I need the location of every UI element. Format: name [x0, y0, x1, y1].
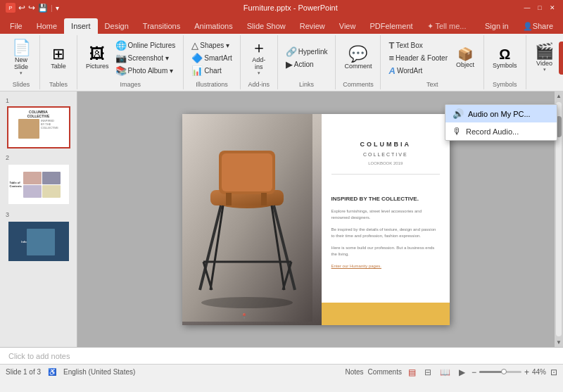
ribbon-group-symbols: Ω Symbols Symbols	[484, 35, 526, 89]
screenshot-button[interactable]: 📷 Screenshot ▾	[113, 52, 178, 64]
symbols-group-content: Ω Symbols	[490, 37, 520, 80]
zoom-bar: − + 44%	[472, 367, 546, 377]
video-button[interactable]: 🎬 Video ▾	[532, 42, 557, 74]
pictures-button[interactable]: 🖼 Pictures	[83, 45, 112, 71]
shapes-button[interactable]: △ Shapes ▾	[189, 39, 234, 51]
tab-transitions[interactable]: Transitions	[136, 18, 187, 34]
photo-album-label: Photo Album ▾	[128, 67, 173, 75]
online-pictures-icon: 🌐	[115, 40, 127, 51]
slideshow-view-btn[interactable]: ▶	[457, 367, 467, 378]
zoom-thumb[interactable]	[501, 369, 507, 374]
online-pictures-label: Online Pictures	[128, 42, 176, 49]
accessibility-icon[interactable]: ♿	[48, 368, 56, 376]
close-button[interactable]: ✕	[548, 3, 557, 13]
illus-col: △ Shapes ▾ 🔷 SmartArt 📊 Chart	[189, 39, 234, 77]
notes-bar[interactable]: Click to add notes	[0, 347, 563, 364]
new-slide-arrow: ▾	[20, 70, 23, 76]
audio-button[interactable]: 🔊 Audio ▾	[559, 42, 563, 75]
smartart-button[interactable]: 🔷 SmartArt	[189, 52, 234, 64]
zoom-slider[interactable]	[479, 371, 521, 373]
comment-button[interactable]: 💬 Comment	[341, 45, 374, 71]
svg-point-14	[201, 297, 293, 308]
tab-tellme[interactable]: ✦ Tell me...	[420, 18, 474, 34]
quick-undo[interactable]: ↩	[18, 3, 25, 13]
addins-button[interactable]: ＋ Add-ins ▾	[246, 39, 272, 77]
slide-image-1[interactable]: COLUMBIACOLLECTIVE INSPIREDBY THECOLLECT…	[7, 106, 70, 148]
wordart-label: WordArt	[397, 67, 423, 75]
reading-view-btn[interactable]: 📖	[438, 367, 453, 378]
slide-brand: COLUMBIA	[331, 141, 440, 148]
comments-button[interactable]: Comments	[368, 368, 402, 376]
images-group-content: 🖼 Pictures 🌐 Online Pictures 📷 Screensho…	[83, 37, 177, 80]
tab-file[interactable]: File	[3, 18, 30, 34]
pictures-label: Pictures	[86, 63, 109, 70]
textbox-label: Text Box	[396, 42, 422, 49]
tab-design[interactable]: Design	[98, 18, 136, 34]
photo-album-button[interactable]: 📚 Photo Album ▾	[113, 65, 178, 77]
s2-block2	[42, 172, 61, 184]
slide-number-3: 3	[6, 211, 9, 218]
smartart-icon: 🔷	[191, 53, 203, 63]
symbols-button[interactable]: Ω Symbols	[490, 46, 520, 70]
s1-chair-img	[18, 119, 39, 139]
maximize-button[interactable]: □	[535, 3, 545, 13]
zoom-out-btn[interactable]: −	[472, 367, 476, 377]
tab-slideshow[interactable]: Slide Show	[240, 18, 293, 34]
images-col: 🌐 Online Pictures 📷 Screenshot ▾ 📚 Photo…	[113, 39, 178, 77]
zoom-in-btn[interactable]: +	[524, 367, 529, 377]
hyperlink-button[interactable]: 🔗 Hyperlink	[284, 46, 330, 58]
audio-on-pc-item[interactable]: 🔊 Audio on My PC...	[445, 105, 557, 122]
slide3-inner: Info	[8, 222, 69, 261]
shapes-label: Shapes ▾	[200, 42, 229, 49]
images-group-label: Images	[120, 81, 141, 88]
svg-rect-6	[261, 193, 267, 206]
header-footer-button[interactable]: ≡ Header & Footer	[386, 52, 450, 64]
symbols-label: Symbols	[493, 62, 517, 69]
ribbon-tabs: File Home Insert Design Transitions Anim…	[0, 15, 563, 34]
notes-button[interactable]: Notes	[345, 368, 363, 376]
online-pictures-button[interactable]: 🌐 Online Pictures	[113, 39, 178, 51]
slide-image-2[interactable]: Table of Contents	[7, 163, 70, 206]
table-button[interactable]: ⊞ Table	[46, 45, 71, 71]
s1-text: INSPIREDBY THECOLLECTIVE	[41, 119, 58, 139]
new-slide-button[interactable]: 📄 NewSlide ▾	[8, 39, 34, 77]
slide-thumbnail-3[interactable]: 3 Info	[4, 211, 72, 263]
outline-view-btn[interactable]: ⊟	[422, 367, 434, 378]
minimize-button[interactable]: —	[522, 3, 532, 13]
slide-image-3[interactable]: Info	[7, 220, 70, 263]
slide-thumbnail-1[interactable]: 1 COLUMBIACOLLECTIVE INSPIREDBY THECOLLE…	[4, 97, 72, 148]
fit-to-window-btn[interactable]: ⊡	[550, 367, 557, 377]
tab-review[interactable]: Review	[293, 18, 332, 34]
tab-signin[interactable]: Sign in	[478, 18, 516, 34]
s2-block4	[42, 185, 61, 198]
object-button[interactable]: 📦 Object	[453, 46, 478, 70]
slide-right: COLUMBIA COLLECTIVE LOOKBOOK 2019 INSPIR…	[322, 114, 450, 325]
wordart-button[interactable]: A WordArt	[386, 65, 450, 77]
scroll-up-arrow[interactable]: ▲	[555, 91, 563, 101]
links-group-label: Links	[299, 81, 314, 88]
scroll-down-arrow[interactable]: ▼	[555, 338, 563, 347]
tab-insert[interactable]: Insert	[64, 18, 98, 34]
normal-view-btn[interactable]: ▤	[406, 367, 418, 378]
chart-button[interactable]: 📊 Chart	[189, 65, 234, 77]
s2-body	[23, 172, 67, 198]
slide-divider	[331, 174, 440, 175]
tab-animations[interactable]: Animations	[187, 18, 239, 34]
tab-home[interactable]: Home	[30, 18, 64, 34]
zoom-fill	[479, 371, 502, 373]
ribbon-group-illustrations: △ Shapes ▾ 🔷 SmartArt 📊 Chart Illustrati…	[184, 35, 240, 89]
textbox-button[interactable]: T Text Box	[386, 39, 450, 51]
ribbon-group-tables: ⊞ Table Tables	[40, 35, 77, 89]
tab-view[interactable]: View	[332, 18, 363, 34]
tab-share[interactable]: 👤 Share	[516, 18, 560, 34]
ribbon-group-text: T Text Box ≡ Header & Footer A WordArt 📦…	[381, 35, 484, 89]
record-audio-item[interactable]: 🎙 Record Audio...	[445, 122, 557, 140]
quick-redo[interactable]: ↪	[28, 3, 35, 13]
slide-thumbnail-2[interactable]: 2 Table of Contents	[4, 154, 72, 206]
slide-panel: 1 COLUMBIACOLLECTIVE INSPIREDBY THECOLLE…	[0, 91, 77, 347]
tab-pdfelement[interactable]: PDFelement	[362, 18, 419, 34]
action-button[interactable]: ▶ Action	[284, 58, 330, 70]
s2-title: Table of Contents	[10, 181, 24, 188]
hyperlink-icon: 🔗	[286, 46, 297, 57]
quick-save[interactable]: 💾	[38, 4, 48, 13]
